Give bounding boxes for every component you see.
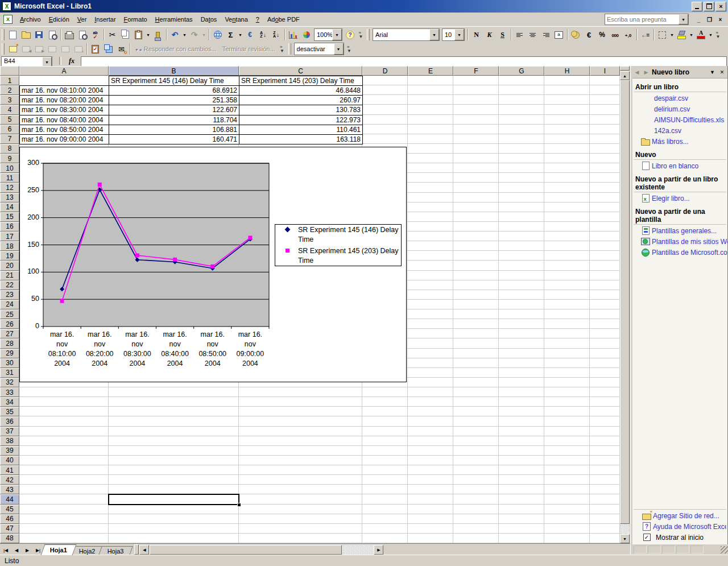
row-header-14[interactable]: 14 bbox=[0, 203, 19, 212]
cell-C7[interactable]: 163.118 bbox=[239, 134, 363, 144]
cell-B6[interactable]: 106.881 bbox=[109, 125, 239, 135]
merge-workbooks-icon[interactable] bbox=[102, 43, 115, 55]
task-pane-link[interactable]: Plantillas de Microsoft.com bbox=[652, 249, 727, 257]
format-painter-icon[interactable] bbox=[151, 28, 164, 41]
increase-decimal-icon[interactable] bbox=[622, 28, 635, 41]
task-pane-link[interactable]: despair.csv bbox=[654, 94, 688, 102]
embedded-chart[interactable]: 050100150200250300mar 16. nov 08:10:00 2… bbox=[19, 147, 407, 382]
back-arrow-icon[interactable]: ◀ bbox=[632, 68, 642, 77]
task-pane-dropdown-icon[interactable]: ▼ bbox=[708, 68, 717, 76]
row-header-33[interactable]: 33 bbox=[0, 387, 19, 397]
vertical-scrollbar[interactable]: ▲▼ bbox=[620, 66, 630, 543]
task-pane-link[interactable]: Plantillas de mis sitios Web... bbox=[652, 238, 727, 246]
window-resize-grip[interactable] bbox=[721, 546, 728, 553]
row-header-41[interactable]: 41 bbox=[0, 465, 19, 475]
vertical-split-handle[interactable] bbox=[620, 66, 630, 71]
chevron-down-icon[interactable]: ▼ bbox=[332, 29, 342, 40]
row-header-3[interactable]: 3 bbox=[0, 95, 19, 105]
redo-icon[interactable] bbox=[188, 28, 201, 41]
row-header-19[interactable]: 19 bbox=[0, 251, 19, 261]
task-pane-link[interactable]: Agregar Sitio de red... bbox=[653, 512, 719, 520]
task-pane-item-142a-csv[interactable]: 142a.csv bbox=[632, 126, 727, 135]
row-header-13[interactable]: 13 bbox=[0, 193, 19, 203]
task-pane-item-delirium-csv[interactable]: delirium.csv bbox=[632, 104, 727, 114]
row-header-27[interactable]: 27 bbox=[0, 329, 19, 338]
chart-wizard-icon[interactable] bbox=[287, 28, 300, 41]
row-header-47[interactable]: 47 bbox=[0, 524, 19, 534]
chevron-down-icon[interactable]: ▼ bbox=[181, 28, 188, 41]
row-header-45[interactable]: 45 bbox=[0, 505, 19, 514]
copy-icon[interactable] bbox=[119, 28, 132, 41]
horizontal-scroll-thumb[interactable] bbox=[150, 545, 342, 555]
next-comment-icon[interactable]: ▶ bbox=[32, 43, 46, 55]
name-box-value[interactable]: B44 bbox=[2, 57, 42, 66]
task-pane-item-aimsun-difficulties-xls[interactable]: AIMSUN-Difficulties.xls bbox=[632, 115, 727, 125]
row-header-11[interactable]: 11 bbox=[0, 173, 19, 183]
row-header-24[interactable]: 24 bbox=[0, 300, 19, 309]
chevron-down-icon[interactable]: ▼ bbox=[708, 28, 714, 41]
toolbar-options-icon[interactable]: »▼ bbox=[345, 43, 354, 55]
forward-arrow-icon[interactable]: ▶ bbox=[642, 68, 651, 77]
show-all-comments-icon[interactable] bbox=[59, 43, 72, 55]
borders-icon[interactable] bbox=[656, 28, 669, 41]
spelling-icon[interactable]: ab bbox=[89, 28, 102, 41]
task-pane-item-plantillas-de-microsoft-com[interactable]: Plantillas de Microsoft.com bbox=[632, 247, 727, 257]
align-left-icon[interactable] bbox=[513, 28, 526, 41]
cell-B3[interactable]: 251.358 bbox=[109, 95, 239, 105]
column-header-C[interactable]: C bbox=[239, 66, 362, 76]
font-name-combobox[interactable]: Arial▼ bbox=[373, 28, 440, 41]
column-header-E[interactable]: E bbox=[408, 66, 453, 76]
row-header-22[interactable]: 22 bbox=[0, 280, 19, 290]
question-input[interactable] bbox=[605, 16, 679, 23]
scroll-track[interactable] bbox=[342, 545, 374, 555]
cell-A2[interactable]: mar 16. nov 08:10:00 2004 bbox=[19, 85, 109, 96]
toolbar-options-icon[interactable]: »▼ bbox=[278, 43, 287, 55]
scroll-right-icon[interactable]: ▶ bbox=[374, 545, 383, 555]
scroll-left-icon[interactable]: ◀ bbox=[139, 545, 149, 555]
cell-A5[interactable]: mar 16. nov 08:40:00 2004 bbox=[19, 115, 109, 125]
tab-split-handle[interactable] bbox=[134, 544, 139, 555]
thousands-style-icon[interactable] bbox=[609, 28, 622, 41]
row-header-35[interactable]: 35 bbox=[0, 407, 19, 416]
cell-C1[interactable]: SR Experiment 145 (203) Delay Time bbox=[239, 76, 363, 86]
maximize-button[interactable] bbox=[704, 2, 714, 11]
row-header-9[interactable]: 9 bbox=[0, 154, 19, 163]
scroll-down-icon[interactable]: ▼ bbox=[620, 534, 630, 543]
show-at-startup-checkbox[interactable] bbox=[640, 534, 653, 541]
decrease-indent-icon[interactable] bbox=[639, 28, 652, 41]
open-folder-icon[interactable] bbox=[19, 28, 32, 41]
task-pane-item-agregar-sitio-de-red[interactable]: Agregar Sitio de red... bbox=[634, 511, 726, 520]
task-pane-link[interactable]: Plantillas generales... bbox=[652, 227, 717, 235]
row-header-26[interactable]: 26 bbox=[0, 319, 19, 329]
column-header-D[interactable]: D bbox=[362, 66, 408, 76]
cell-A3[interactable]: mar 16. nov 08:20:00 2004 bbox=[19, 95, 109, 105]
row-header-36[interactable]: 36 bbox=[0, 416, 19, 426]
toolbar-grip[interactable] bbox=[288, 43, 291, 55]
task-pane-link[interactable]: AIMSUN-Difficulties.xls bbox=[654, 116, 724, 124]
toolbar-options-icon[interactable]: »▼ bbox=[714, 28, 722, 41]
row-header-2[interactable]: 2 bbox=[0, 85, 19, 95]
column-header-H[interactable]: H bbox=[544, 66, 590, 76]
new-document-icon[interactable] bbox=[6, 28, 19, 41]
row-header-15[interactable]: 15 bbox=[0, 212, 19, 222]
align-center-icon[interactable] bbox=[526, 28, 539, 41]
delete-comment-icon[interactable]: × bbox=[72, 43, 85, 55]
column-header-A[interactable]: A bbox=[19, 66, 109, 76]
task-pane-item-plantillas-generales[interactable]: Plantillas generales... bbox=[632, 226, 727, 236]
task-pane-item-despair-csv[interactable]: despair.csv bbox=[632, 93, 727, 103]
task-pane-link[interactable]: Ayuda de Microsoft Excel bbox=[653, 523, 726, 531]
percent-style-icon[interactable] bbox=[595, 28, 609, 41]
paste-icon[interactable] bbox=[132, 28, 145, 41]
scroll-track[interactable] bbox=[620, 524, 630, 534]
task-pane-item-plantillas-de-mis-sitios-web[interactable]: Plantillas de mis sitios Web... bbox=[632, 237, 727, 246]
row-header-10[interactable]: 10 bbox=[0, 163, 19, 173]
cell-A6[interactable]: mar 16. nov 08:50:00 2004 bbox=[19, 125, 109, 135]
bold-icon[interactable]: N bbox=[470, 28, 483, 41]
row-header-38[interactable]: 38 bbox=[0, 436, 19, 446]
menu-edici-n[interactable]: Edición bbox=[45, 14, 73, 25]
terminar-revisi-n-button[interactable]: Terminar revisión... bbox=[220, 43, 278, 55]
chevron-down-icon[interactable]: ▼ bbox=[334, 43, 344, 55]
column-header-F[interactable]: F bbox=[453, 66, 499, 76]
chevron-down-icon[interactable]: ▼ bbox=[201, 28, 207, 41]
row-header-30[interactable]: 30 bbox=[0, 358, 19, 368]
